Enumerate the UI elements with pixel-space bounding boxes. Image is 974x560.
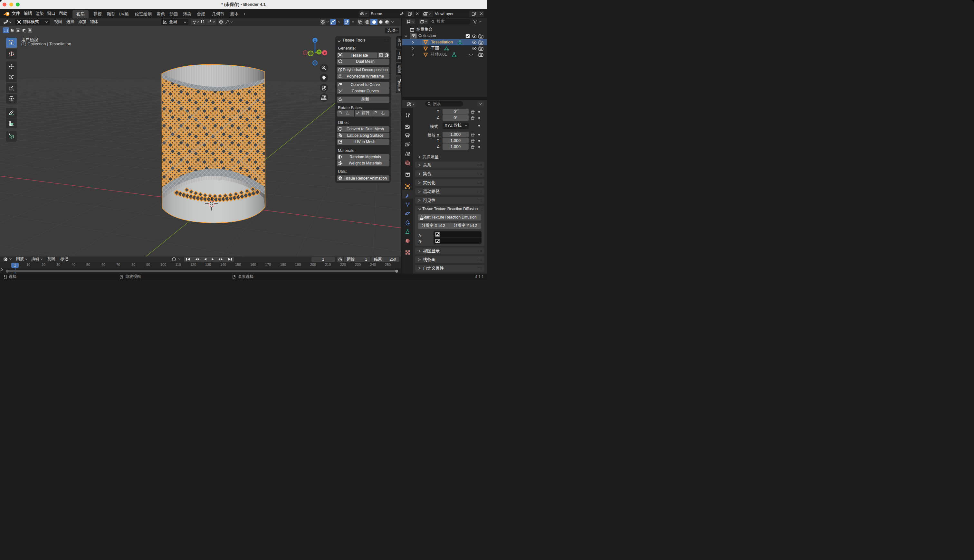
svg-text:Y: Y — [318, 50, 320, 54]
svg-text:Z: Z — [314, 39, 316, 42]
svg-text:X: X — [324, 51, 326, 55]
